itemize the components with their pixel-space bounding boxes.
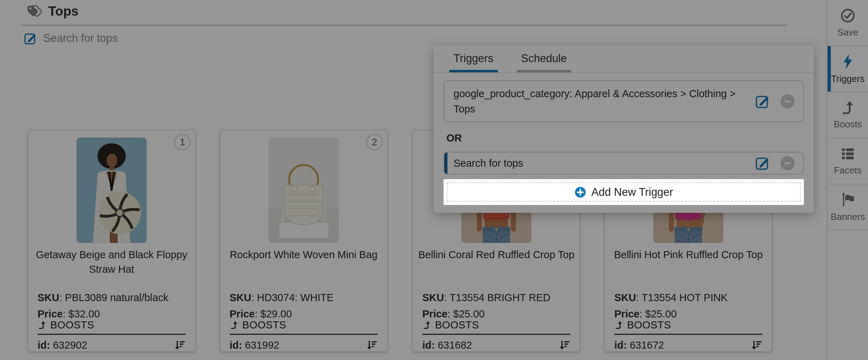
- plus-circle-icon: [574, 186, 586, 198]
- merchandising-page: Tops Search for tops: [0, 0, 868, 360]
- add-new-trigger-spotlight: Add New Trigger: [444, 179, 804, 205]
- add-new-trigger-button[interactable]: Add New Trigger: [447, 182, 801, 202]
